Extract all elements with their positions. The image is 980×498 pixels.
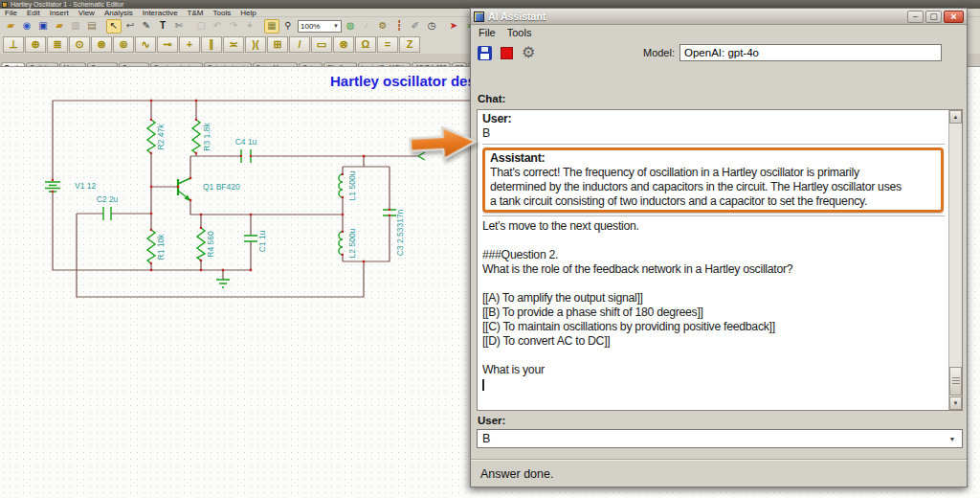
ai-window-title: AI Assistant [488, 11, 905, 22]
open-examples-icon[interactable]: ◉ [19, 19, 34, 34]
chat-line: What is your [482, 363, 945, 377]
component-color-icon[interactable]: ◍ [343, 19, 358, 34]
editor-menu-analysis[interactable]: Analysis [100, 9, 138, 17]
scroll-up-icon[interactable]: ▲ [949, 110, 962, 124]
redo-icon[interactable]: ↷ [226, 19, 241, 34]
editor-title: Hartley Oscillator 1 - Schematic Editor [11, 1, 123, 9]
ai-menubar: FileTools [471, 25, 967, 39]
probe-pen-icon[interactable]: ∕ [359, 19, 374, 34]
user-message-label: User: [482, 112, 945, 126]
ai-window-icon [474, 11, 484, 22]
assistant-message-line: a tank circuit consisting of two inducto… [490, 194, 936, 209]
editor-menu-view[interactable]: View [74, 9, 100, 17]
cursor-tool-icon[interactable]: ↖ [106, 19, 122, 34]
capacitor-icon[interactable]: ∥ [201, 36, 222, 53]
transformer-icon[interactable]: ⊞ [267, 36, 288, 53]
copy-icon[interactable]: ▥ [68, 19, 83, 34]
select-tool-icon[interactable]: ↩ [122, 19, 138, 34]
user-input-value: B [482, 432, 490, 445]
status-bar: Answer done. [471, 459, 967, 487]
stop-icon[interactable] [501, 47, 513, 59]
ai-menu-tools[interactable]: Tools [501, 27, 538, 38]
assistant-message-line: That's correct! The frequency of oscilla… [490, 166, 936, 180]
paste-icon[interactable]: ▤ [84, 19, 100, 34]
separator[interactable] [187, 19, 192, 34]
zoom-in-icon[interactable]: + [242, 19, 257, 34]
inductor-icon[interactable]: )( [245, 36, 266, 53]
maximize-button[interactable]: ▢ [925, 11, 942, 23]
chat-content: User: B Assistant: That's correct! The f… [482, 112, 945, 408]
editor-menu-edit[interactable]: Edit [22, 9, 45, 17]
fullscreen-icon[interactable]: ▢ [193, 19, 209, 34]
editor-menu-file[interactable]: File [0, 9, 22, 17]
chat-line [482, 234, 945, 248]
minimize-button[interactable]: – [907, 11, 924, 23]
pin-tool-icon[interactable]: ┇ [391, 19, 407, 34]
voltage-source-icon[interactable]: ⊕ [25, 36, 46, 53]
gear-icon[interactable]: ⚙ [522, 45, 535, 60]
chat-scrollbar[interactable]: ▲ ▼ [948, 110, 962, 410]
assistant-highlight-box: Assistant: That's correct! The frequency… [482, 147, 944, 213]
ai-window-titlebar[interactable]: AI Assistant –▢× [471, 9, 967, 25]
impedance-icon[interactable]: Z [399, 36, 420, 53]
separator[interactable] [100, 19, 105, 34]
switch-icon[interactable]: / [289, 36, 310, 53]
status-text: Answer done. [480, 467, 553, 481]
ai-toolbar: ⚙ Model: [471, 39, 967, 66]
battery-icon[interactable]: ≣ [47, 36, 68, 53]
zoom-level-select[interactable]: 100% ▼ [298, 20, 342, 33]
editor-menu-tm[interactable]: T&M [183, 9, 209, 17]
circuit-title: Hartley oscillator desig [330, 73, 488, 89]
user-input-combobox[interactable]: B ▼ [477, 429, 963, 448]
open-file-icon[interactable]: ▰ [3, 19, 18, 34]
separator[interactable] [257, 19, 263, 34]
fuse-icon[interactable]: = [377, 36, 398, 53]
save-icon[interactable]: ▣ [35, 19, 51, 34]
editor-menu-interactive[interactable]: Interactive [138, 9, 183, 17]
export-icon[interactable]: ▰ [52, 19, 67, 34]
relay-icon[interactable]: ▭ [311, 36, 332, 53]
grid-toggle-icon[interactable]: ▦ [264, 19, 279, 34]
undo-icon[interactable]: ↶ [210, 19, 225, 34]
electrolytic-capacitor-icon[interactable]: ≍ [223, 36, 244, 53]
magnifier-icon[interactable]: ⚲ [280, 19, 296, 34]
voltage-probe-icon[interactable]: ➤ [446, 19, 461, 34]
generator-icon[interactable]: ⊛ [91, 36, 112, 53]
message-divider [482, 215, 945, 216]
scroll-thumb[interactable] [949, 367, 962, 396]
editor-menu-insert[interactable]: Insert [45, 9, 74, 17]
pen-tool-icon[interactable]: ✎ [139, 19, 154, 34]
cut-tool-icon[interactable]: ✄ [171, 19, 187, 34]
gear-tool-icon[interactable]: ⚙ [375, 19, 390, 34]
lamp-icon[interactable]: ⊗ [333, 36, 354, 53]
ground-component-icon[interactable]: ⊥ [3, 36, 24, 53]
editor-menu-tools[interactable]: Tools [209, 9, 236, 17]
chat-line: [[A) To amplify the output signal]] [482, 291, 945, 306]
screen: Hartley Oscillator 1 - Schematic Editor … [0, 0, 980, 498]
model-input[interactable] [679, 44, 942, 61]
editor-menu-help[interactable]: Help [235, 9, 260, 17]
ai-menu-file[interactable]: File [473, 27, 501, 38]
chevron-down-icon[interactable]: ▼ [946, 433, 959, 445]
brush-tool-icon[interactable]: ✐ [408, 19, 423, 34]
scroll-down-icon[interactable]: ▼ [949, 396, 962, 410]
chat-line: Let's move to the next question. [482, 219, 945, 234]
chat-line: ###Question 2. [482, 248, 945, 262]
separator[interactable] [439, 19, 445, 34]
clock-tool-icon[interactable]: ◷ [424, 19, 439, 34]
zoom-level-value: 100% [301, 22, 320, 31]
assistant-message-line: determined by the inductors and capacito… [490, 180, 936, 194]
close-button[interactable]: × [944, 11, 964, 23]
message-divider [482, 144, 945, 145]
potentiometer-icon[interactable]: ⊸ [157, 36, 178, 53]
text-tool-icon[interactable]: T [155, 19, 170, 34]
controlled-source-icon[interactable]: ⊚ [113, 36, 134, 53]
save-chat-icon[interactable] [478, 46, 492, 60]
trimmer-icon[interactable]: + [179, 36, 200, 53]
resistor-icon[interactable]: ∿ [135, 36, 156, 53]
text-caret [482, 379, 484, 391]
chevron-down-icon: ▼ [333, 23, 339, 29]
meter-icon[interactable]: Ω [355, 36, 376, 53]
current-source-icon[interactable]: ⊙ [69, 36, 90, 53]
chat-history[interactable]: User: B Assistant: That's correct! The f… [477, 109, 963, 411]
